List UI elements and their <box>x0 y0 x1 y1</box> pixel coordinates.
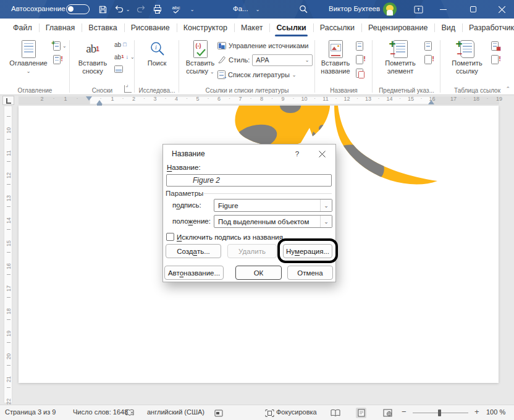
minimize-button[interactable] <box>429 0 457 19</box>
bibliography-button[interactable]: →Список литературы⌄ <box>217 70 297 80</box>
zoom-out-button[interactable]: − <box>402 407 407 416</box>
insert-index-button[interactable] <box>424 41 432 51</box>
focus-mode-label[interactable]: Фокусировка <box>276 408 317 416</box>
insert-citation-button[interactable]: (-) Вставить ссылку ⌄ <box>183 38 217 76</box>
insert-table-of-authorities-button[interactable]: ▦ <box>491 41 499 51</box>
redo-icon[interactable] <box>135 4 146 15</box>
caption-name-input[interactable] <box>166 174 332 187</box>
maximize-button[interactable] <box>460 0 487 19</box>
zoom-level[interactable]: 100 % <box>486 408 505 416</box>
ok-button[interactable]: ОК <box>235 266 282 280</box>
next-footnote-button[interactable]: ab1↓⌄ <box>114 52 135 62</box>
mark-entry-button[interactable]: +− Пометить элемент <box>379 38 422 75</box>
update-table-of-authorities-button[interactable]: ! <box>491 54 499 64</box>
insert-citation-icon: (-) <box>193 38 208 59</box>
language-indicator[interactable]: английский (США) <box>147 408 204 416</box>
first-line-indent-marker[interactable] <box>86 96 92 101</box>
ribbon-tab-10[interactable]: Разработчик <box>462 19 514 37</box>
ribbon-tab-9[interactable]: Вид <box>434 19 462 37</box>
update-toc-button[interactable]: ! <box>53 54 67 64</box>
delete-label-button[interactable]: Удалить <box>227 244 277 258</box>
add-text-button[interactable]: +⌄ <box>53 41 67 51</box>
ribbon-tab-2[interactable]: Вставка <box>82 19 124 37</box>
ribbon-group-index: +− Пометить элемент ! Предметный указ... <box>373 37 440 95</box>
ribbon-tab-5[interactable]: Макет <box>234 19 269 37</box>
h-ruler-mark: · <box>487 95 489 101</box>
page-indicator[interactable]: Страница 3 из 9 <box>5 408 56 416</box>
user-avatar[interactable] <box>383 2 397 16</box>
quick-access-more-icon[interactable]: ⌄ <box>187 4 198 15</box>
v-ruler-mark: 10 <box>6 127 12 134</box>
insert-table-of-figures-button[interactable] <box>356 41 363 51</box>
dialog-close-button[interactable] <box>316 148 327 159</box>
ribbon: Оглавление ⌄ +⌄ ! Оглавление ab1 Вставит… <box>0 37 514 95</box>
insert-endnote-button[interactable]: ab□ <box>114 40 135 49</box>
mark-citation-button[interactable]: +− Пометить ссылку <box>447 38 487 75</box>
h-ruler-mark: · <box>165 95 167 101</box>
close-button[interactable] <box>488 0 514 19</box>
macro-recording-icon[interactable] <box>213 408 224 418</box>
web-layout-icon[interactable] <box>382 408 393 418</box>
ribbon-tab-4[interactable]: Конструктор <box>177 19 234 37</box>
print-preview-icon[interactable] <box>152 4 163 15</box>
insert-footnote-button[interactable]: ab1 Вставить сноску <box>74 38 112 75</box>
h-ruler-mark: 19 <box>496 96 502 102</box>
caption-position-select[interactable]: Под выделенным объектом⌄ <box>214 215 332 228</box>
caption-label-select-chevron-icon[interactable]: ⌄ <box>320 200 332 211</box>
cancel-button[interactable]: Отмена <box>287 266 333 280</box>
cross-reference-button[interactable] <box>356 68 363 78</box>
new-label-button[interactable]: Создать... <box>166 244 221 258</box>
ribbon-tab-1[interactable]: Главная <box>39 19 82 37</box>
footnote-small-buttons: ab□ ab1↓⌄ <box>114 40 135 74</box>
ribbon-tab-6[interactable]: Ссылки <box>269 19 313 37</box>
save-icon[interactable] <box>97 4 108 15</box>
v-ruler-mark: 12 <box>6 172 12 179</box>
search-research-button[interactable]: i Поиск <box>138 38 175 67</box>
exclude-label-checkbox[interactable] <box>166 233 174 241</box>
word-count[interactable]: Число слов: 1648 <box>73 408 128 416</box>
search-icon[interactable] <box>298 4 309 15</box>
proofing-errors-icon[interactable] <box>125 408 135 418</box>
zoom-in-button[interactable]: + <box>474 407 479 416</box>
spelling-icon[interactable]: abc <box>171 4 182 15</box>
h-ruler-mark: 14 <box>386 96 392 102</box>
ribbon-tab-7[interactable]: Рассылки <box>313 19 361 37</box>
v-ruler-mark: 13 <box>6 195 12 202</box>
zoom-slider-thumb[interactable] <box>438 410 441 416</box>
insert-citation-label-1: Вставить <box>186 59 215 67</box>
undo-icon[interactable] <box>114 4 125 15</box>
document-title[interactable]: Фа... <box>233 5 248 12</box>
ribbon-tab-8[interactable]: Рецензирование <box>361 19 435 37</box>
word-window: Автосохранение ⌄ abc ⌄ Фа... ⌄ Виктор Бу… <box>0 0 514 420</box>
insert-caption-button[interactable]: Вставить название <box>318 38 353 75</box>
h-ruler[interactable]: 2·1·1·2·3·4·5·6·7·8·9·10·11·12·13·14·15·… <box>0 95 514 106</box>
right-indent-marker[interactable] <box>428 100 434 104</box>
autocaption-button[interactable]: Автоназвание... <box>164 266 224 280</box>
user-name[interactable]: Виктор Бухтеев <box>329 5 380 12</box>
footnotes-dialog-launcher-icon[interactable] <box>124 85 132 93</box>
update-index-button[interactable]: ! <box>424 54 432 64</box>
ribbon-tab-3[interactable]: Рисование <box>124 19 177 37</box>
autosave-toggle[interactable] <box>66 4 90 14</box>
toc-button[interactable]: Оглавление ⌄ <box>5 38 52 75</box>
v-ruler[interactable]: 10111213141516171819202122 <box>4 106 12 403</box>
focus-mode-icon[interactable] <box>264 408 275 418</box>
print-layout-icon[interactable] <box>356 408 366 418</box>
read-mode-icon[interactable] <box>330 408 340 418</box>
undo-dropdown-icon[interactable]: ⌄ <box>125 4 131 15</box>
citation-style-select[interactable]: APA⌄ <box>252 54 313 66</box>
caption-label-select[interactable]: Figure⌄ <box>214 199 332 212</box>
style-row: Стиль: APA⌄ <box>217 55 313 65</box>
hanging-indent-marker[interactable] <box>96 100 103 104</box>
numbering-button[interactable]: Нумерация... <box>283 244 332 258</box>
h-ruler-mark: 17 <box>450 96 457 102</box>
document-title-dropdown-icon[interactable]: ⌄ <box>252 4 263 15</box>
collapse-ribbon-icon[interactable]: ⌃ <box>505 86 510 92</box>
manage-sources-button[interactable]: ▦Управление источниками <box>217 41 308 51</box>
ribbon-tab-0[interactable]: Файл <box>6 19 39 37</box>
show-notes-button[interactable] <box>114 64 135 74</box>
ribbon-display-options-icon[interactable] <box>413 4 424 15</box>
caption-position-select-chevron-icon[interactable]: ⌄ <box>320 216 332 227</box>
update-table-of-figures-button[interactable]: ! <box>356 54 363 64</box>
dialog-help-button[interactable]: ? <box>292 148 303 159</box>
